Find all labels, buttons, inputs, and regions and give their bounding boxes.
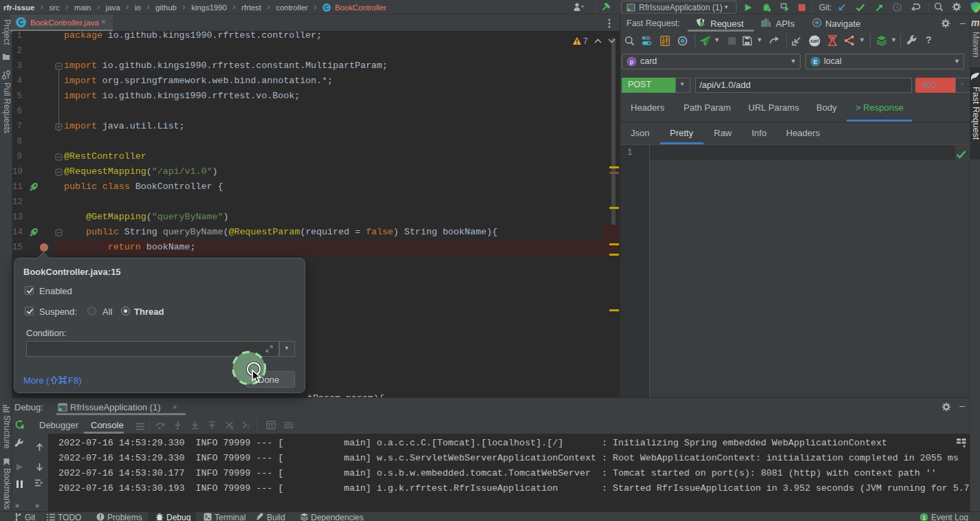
svg-text:p: p	[630, 58, 634, 65]
svg-text:1: 1	[922, 514, 926, 521]
svg-text:T: T	[247, 425, 250, 430]
svg-text:E: E	[814, 58, 818, 65]
svg-text:curl: curl	[811, 38, 819, 43]
